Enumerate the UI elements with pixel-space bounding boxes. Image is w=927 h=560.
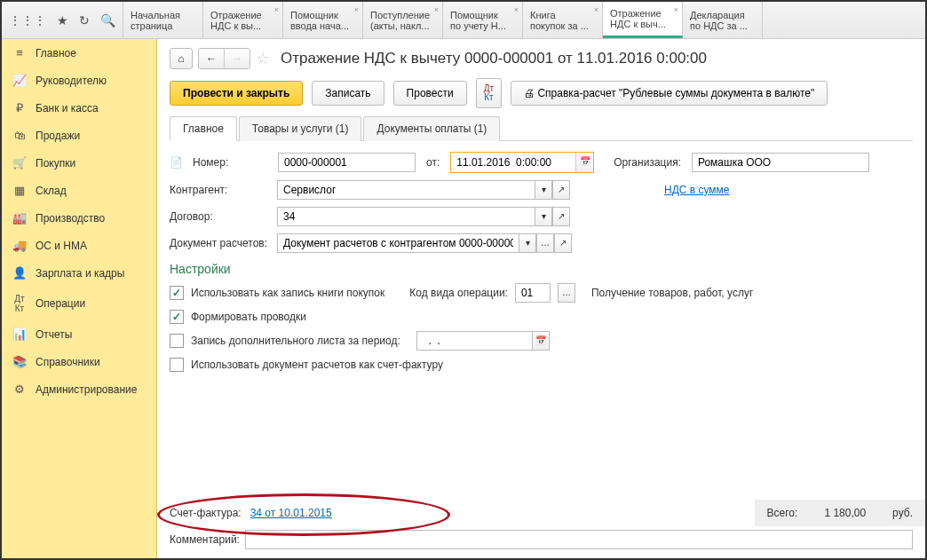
sidebar: ≡Главное 📈Руководителю ₽Банк и касса 🛍Пр… [2, 39, 157, 558]
settings-header: Настройки [170, 262, 913, 276]
history-icon[interactable]: ↻ [79, 13, 90, 28]
tab-5[interactable]: ×Книгапокупок за ... [523, 2, 603, 38]
check-purchase-book[interactable]: ✓ [170, 286, 184, 300]
truck-icon: 🚚 [12, 239, 27, 252]
tab-2[interactable]: ×Помощникввода нача... [283, 2, 363, 38]
sidebar-operations[interactable]: ДтКтОперации [2, 287, 156, 320]
contract-input[interactable] [277, 207, 535, 226]
close-icon[interactable]: × [354, 5, 359, 14]
sidebar-sales[interactable]: 🛍Продажи [2, 122, 156, 149]
tab-7[interactable]: Декларацияпо НДС за ... [683, 2, 763, 38]
tabs: Начальнаястраница ×ОтражениеНДС к вы... … [123, 2, 925, 38]
calendar-icon[interactable]: 📅 [532, 331, 550, 351]
sidebar-label: Главное [36, 47, 76, 59]
favorite-icon[interactable]: ☆ [256, 49, 270, 68]
search-icon[interactable]: 🔍 [100, 13, 115, 28]
sidebar-label: Отчеты [36, 328, 72, 341]
ellipsis-icon[interactable]: … [558, 283, 575, 303]
sidebar-admin[interactable]: ⚙Администрирование [2, 375, 156, 403]
org-label: Организация: [614, 156, 681, 169]
forward-button[interactable]: → [225, 49, 250, 68]
apps-icon[interactable]: ⋮⋮⋮ [9, 13, 46, 28]
op-code-input[interactable] [515, 283, 551, 303]
vat-link[interactable]: НДС в сумме [664, 184, 730, 196]
date-input[interactable] [451, 153, 575, 172]
home-button[interactable]: ⌂ [170, 48, 193, 69]
invoice-link[interactable]: 34 от 10.01.2015 [250, 507, 332, 519]
open-icon[interactable]: ↗ [554, 233, 572, 253]
close-icon[interactable]: × [274, 5, 279, 14]
total-box: Всего: 1 180,00 руб. [755, 500, 925, 526]
close-icon[interactable]: × [594, 5, 598, 14]
check-postings[interactable]: ✓ [170, 310, 184, 324]
sidebar-salary[interactable]: 👤Зарплата и кадры [2, 259, 156, 287]
sidebar-label: Операции [36, 297, 85, 310]
sidebar-reports[interactable]: 📊Отчеты [2, 320, 156, 348]
sidebar-main[interactable]: ≡Главное [2, 39, 156, 67]
sidebar-label: Покупки [36, 157, 75, 170]
topbar: ⋮⋮⋮ ★ ↻ 🔍 Начальнаястраница ×ОтражениеНД… [2, 2, 925, 39]
comment-input[interactable] [245, 530, 913, 549]
post-button[interactable]: Провести [393, 81, 467, 106]
check-use-settlement[interactable] [170, 358, 184, 372]
factory-icon: 🏭 [12, 211, 27, 225]
sidebar-warehouse[interactable]: ▦Склад [2, 177, 156, 204]
star-icon[interactable]: ★ [57, 13, 68, 28]
op-code-label: Код вида операции: [409, 287, 508, 299]
dropdown-icon[interactable]: ▾ [535, 207, 552, 226]
settlement-input[interactable] [277, 233, 519, 253]
open-icon[interactable]: ↗ [552, 180, 570, 200]
purchase-book-label: Использовать как запись книги покупок [191, 287, 384, 299]
close-icon[interactable]: × [674, 5, 678, 14]
print-icon: 🖨 [524, 87, 535, 99]
calendar-icon[interactable]: 📅 [575, 153, 593, 172]
chart-icon: 📈 [12, 74, 27, 87]
op-code-desc: Получение товаров, работ, услуг [591, 287, 753, 299]
period-input[interactable] [416, 331, 532, 351]
sidebar-label: Производство [36, 212, 105, 225]
sidebar-manager[interactable]: 📈Руководителю [2, 67, 156, 94]
use-settlement-label: Использовать документ расчетов как счет-… [191, 359, 443, 371]
dtkt-icon: ДтКт [12, 294, 27, 313]
sidebar-production[interactable]: 🏭Производство [2, 204, 156, 232]
sidebar-assets[interactable]: 🚚ОС и НМА [2, 232, 156, 259]
dropdown-icon[interactable]: ▾ [535, 180, 552, 200]
save-button[interactable]: Записать [312, 81, 384, 106]
ellipsis-icon[interactable]: … [536, 233, 554, 253]
report-icon: 📊 [12, 327, 27, 341]
report-label: Справка-расчет "Рублевые суммы документа… [537, 87, 814, 99]
tab-4[interactable]: ×Помощникпо учету Н... [443, 2, 523, 38]
check-additional[interactable] [170, 334, 184, 348]
subtab-payments[interactable]: Документы оплаты (1) [363, 116, 500, 141]
sidebar-label: Продажи [36, 130, 80, 142]
settlement-label: Документ расчетов: [170, 237, 272, 249]
postings-label: Формировать проводки [191, 311, 306, 323]
number-input[interactable] [278, 153, 416, 172]
tab-3[interactable]: ×Поступление(акты, накл... [363, 2, 443, 38]
dtkt-button[interactable]: ДтКт [476, 78, 502, 108]
page-title: Отражение НДС к вычету 0000-000001 от 11… [281, 50, 707, 67]
cart-icon: 🛒 [12, 156, 27, 170]
subtab-main[interactable]: Главное [170, 116, 237, 141]
tab-1[interactable]: ×ОтражениеНДС к вы... [203, 2, 283, 38]
tab-6[interactable]: ×ОтражениеНДС к выч... [603, 2, 683, 38]
book-icon: 📚 [12, 355, 27, 368]
sidebar-label: Справочники [36, 356, 100, 368]
open-icon[interactable]: ↗ [552, 207, 570, 226]
tab-start[interactable]: Начальнаястраница [123, 2, 203, 38]
subtab-goods[interactable]: Товары и услуги (1) [239, 116, 362, 141]
sidebar-bank[interactable]: ₽Банк и касса [2, 94, 156, 122]
org-input[interactable] [692, 153, 869, 172]
counterparty-input[interactable] [277, 180, 535, 200]
dropdown-icon[interactable]: ▾ [519, 233, 536, 253]
close-icon[interactable]: × [514, 5, 519, 14]
sidebar-label: ОС и НМА [36, 240, 87, 252]
sidebar-purchases[interactable]: 🛒Покупки [2, 149, 156, 177]
back-button[interactable]: ← [199, 49, 225, 68]
sidebar-label: Склад [36, 185, 67, 197]
post-close-button[interactable]: Провести и закрыть [170, 81, 303, 106]
close-icon[interactable]: × [434, 5, 439, 14]
sidebar-catalogs[interactable]: 📚Справочники [2, 348, 156, 375]
comment-label: Комментарий: [170, 533, 240, 546]
report-button[interactable]: 🖨 Справка-расчет "Рублевые суммы докумен… [511, 81, 828, 106]
